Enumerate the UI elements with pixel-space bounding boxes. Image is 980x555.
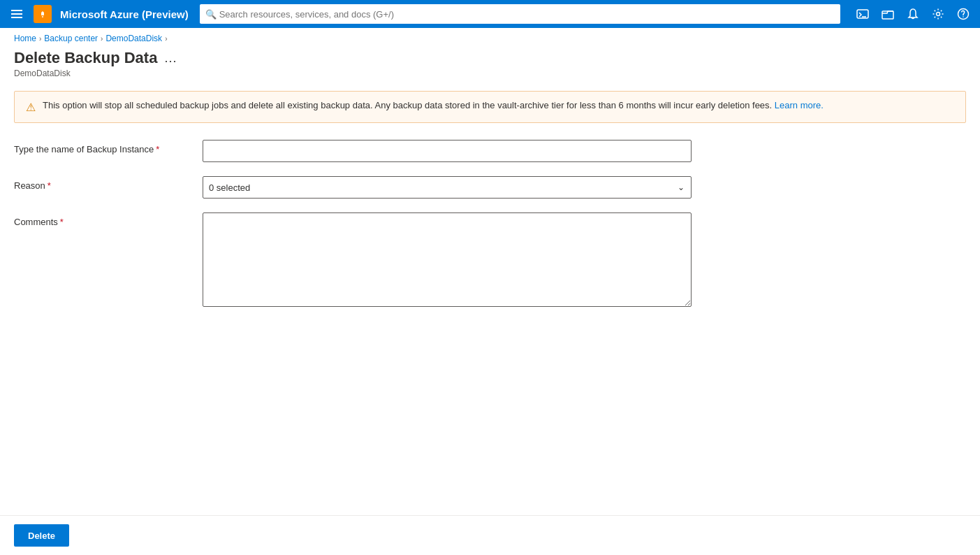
topbar-icons (851, 3, 974, 25)
warning-text: This option will stop all scheduled back… (43, 100, 824, 110)
form-container: ⚠ This option will stop all scheduled ba… (0, 84, 980, 515)
content-area: Home › Backup center › DemoDataDisk › De… (0, 28, 980, 555)
backup-instance-label: Type the name of Backup Instance * (14, 140, 203, 154)
reason-select-wrapper: 0 selected Other ⌄ (203, 176, 692, 199)
page-title: Delete Backup Data (14, 49, 157, 67)
topbar: Microsoft Azure (Preview) 🔍 (0, 0, 980, 28)
page-subtitle: DemoDataDisk (14, 69, 966, 78)
reason-required-star: * (47, 180, 51, 191)
more-options-button[interactable]: ... (164, 51, 177, 66)
breadcrumb: Home › Backup center › DemoDataDisk › (0, 28, 980, 46)
cloud-shell-icon[interactable] (851, 3, 874, 25)
breadcrumb-chevron-2: › (101, 35, 103, 43)
reason-field: Reason * 0 selected Other ⌄ (14, 176, 966, 199)
svg-point-10 (963, 16, 964, 17)
breadcrumb-backup-center[interactable]: Backup center (44, 34, 98, 43)
comments-label: Comments * (14, 212, 203, 227)
azure-notification-icon (34, 5, 52, 23)
notifications-icon[interactable] (902, 3, 924, 25)
learn-more-link[interactable]: Learn more. (775, 100, 824, 110)
reason-label: Reason * (14, 176, 203, 191)
svg-rect-2 (11, 17, 22, 18)
page-header: Delete Backup Data ... DemoDataDisk (0, 46, 980, 84)
comments-textarea[interactable] (203, 212, 692, 307)
search-input[interactable] (200, 4, 840, 24)
breadcrumb-demo-data-disk[interactable]: DemoDataDisk (105, 34, 162, 43)
backup-instance-field: Type the name of Backup Instance * (14, 140, 966, 162)
directory-icon[interactable] (877, 3, 899, 25)
warning-banner: ⚠ This option will stop all scheduled ba… (14, 91, 966, 123)
help-icon[interactable] (952, 3, 974, 25)
svg-rect-1 (11, 13, 22, 15)
warning-icon: ⚠ (26, 101, 36, 114)
breadcrumb-home[interactable]: Home (14, 34, 36, 43)
hamburger-menu[interactable] (6, 6, 28, 22)
search-wrapper: 🔍 (200, 4, 840, 24)
footer: Delete (0, 515, 980, 555)
delete-button[interactable]: Delete (14, 524, 69, 547)
breadcrumb-chevron-3: › (165, 35, 167, 43)
breadcrumb-chevron-1: › (39, 35, 41, 43)
comments-required-star: * (60, 217, 64, 227)
comments-field: Comments * (14, 212, 966, 307)
svg-point-4 (42, 16, 43, 17)
topbar-title: Microsoft Azure (Preview) (60, 8, 189, 20)
svg-point-8 (937, 13, 940, 16)
settings-icon[interactable] (927, 3, 949, 25)
instance-required-star: * (156, 144, 159, 154)
backup-instance-input[interactable] (203, 140, 692, 162)
svg-rect-0 (11, 10, 22, 11)
reason-select[interactable]: 0 selected Other (203, 176, 692, 199)
